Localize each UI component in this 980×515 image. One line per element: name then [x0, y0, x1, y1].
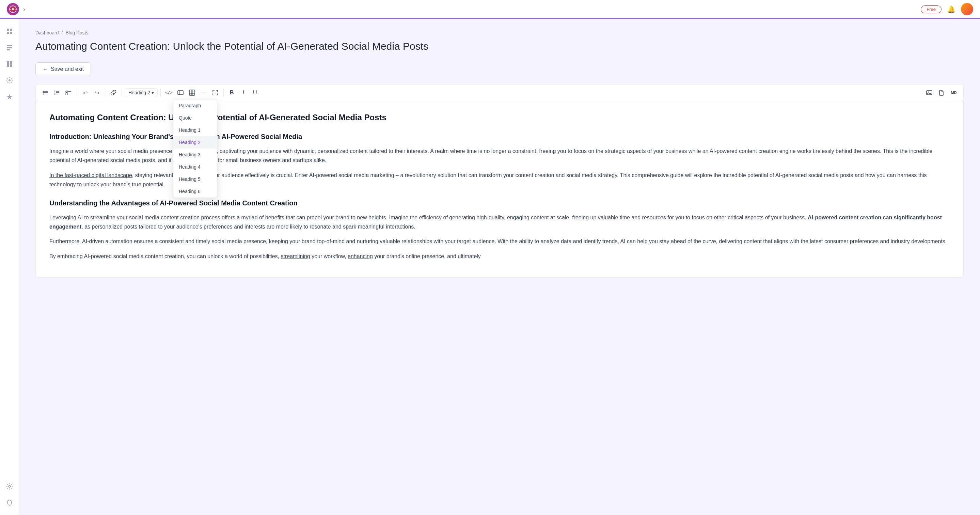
link-button[interactable]: [108, 87, 119, 98]
svg-rect-10: [7, 45, 12, 46]
dropdown-item-heading3[interactable]: Heading 3: [173, 148, 217, 161]
editor-paragraph-4: Furthermore, AI-driven automation ensure…: [49, 237, 950, 246]
sidebar-item-ai-tools[interactable]: [3, 90, 16, 104]
topbar-left: ›: [7, 3, 25, 15]
list-buttons-group: 1. 2. 3.: [40, 87, 74, 98]
dropdown-item-heading2[interactable]: Heading 2: [173, 136, 217, 148]
text-format-group: B I U: [226, 87, 261, 98]
topbar-right: Free 🔔: [921, 3, 973, 15]
streamlining-link[interactable]: streamlining: [281, 254, 310, 259]
svg-rect-9: [10, 32, 12, 34]
sidebar: [0, 19, 19, 515]
main-content: Dashboard / Blog Posts Automating Conten…: [19, 19, 980, 515]
breadcrumb: Dashboard / Blog Posts: [35, 30, 964, 35]
editor-toolbar: 1. 2. 3.: [35, 84, 964, 101]
enhancing-link[interactable]: enhancing: [348, 254, 373, 259]
logo-icon[interactable]: [7, 3, 19, 15]
dropdown-item-paragraph[interactable]: Paragraph: [173, 99, 217, 112]
heading-dropdown-menu: Paragraph Quote Heading 1 Heading 2 Head…: [173, 99, 217, 198]
free-badge[interactable]: Free: [921, 5, 942, 13]
document-button[interactable]: [936, 87, 947, 98]
svg-point-19: [43, 91, 44, 92]
heading-dropdown-arrow: ▾: [151, 90, 154, 96]
bold-button[interactable]: B: [226, 87, 237, 98]
back-arrow-icon: ←: [43, 66, 48, 72]
save-exit-button[interactable]: ← Save and exit: [35, 62, 91, 76]
paragraph-2-link[interactable]: In the fast-paced digital landscape: [49, 172, 132, 178]
sidebar-bottom: [3, 480, 16, 510]
svg-point-43: [928, 92, 929, 92]
svg-rect-15: [10, 64, 12, 67]
italic-button[interactable]: I: [238, 87, 249, 98]
svg-point-18: [8, 485, 11, 488]
dropdown-item-heading5[interactable]: Heading 5: [173, 173, 217, 185]
breadcrumb-dashboard[interactable]: Dashboard: [35, 30, 59, 35]
editor-paragraph-3: Leveraging AI to streamline your social …: [49, 213, 950, 231]
heading-dropdown[interactable]: Heading 2 ▾: [125, 88, 158, 97]
svg-rect-6: [7, 29, 9, 31]
svg-text:3.: 3.: [54, 93, 56, 95]
sidebar-item-dashboard[interactable]: [3, 24, 16, 38]
sidebar-item-security[interactable]: [3, 496, 16, 510]
divider-button[interactable]: —: [198, 87, 209, 98]
ordered-list-button[interactable]: 1. 2. 3.: [51, 87, 62, 98]
bullet-list-button[interactable]: [40, 87, 51, 98]
toolbar-divider-1: [76, 89, 77, 97]
sidebar-item-media[interactable]: [3, 73, 16, 87]
svg-point-21: [43, 92, 44, 93]
svg-point-23: [43, 94, 44, 95]
history-group: ↩ ↪: [80, 87, 102, 98]
markdown-button[interactable]: MD: [948, 87, 959, 98]
myriad-link[interactable]: a myriad of: [237, 215, 264, 220]
sidebar-item-settings[interactable]: [3, 480, 16, 493]
avatar[interactable]: [961, 3, 973, 15]
svg-rect-7: [10, 29, 12, 31]
expand-button[interactable]: [210, 87, 221, 98]
topbar-chevron[interactable]: ›: [23, 6, 25, 13]
image-button[interactable]: [924, 87, 935, 98]
page-title: Automating Content Creation: Unlock the …: [35, 40, 964, 53]
layout: Dashboard / Blog Posts Automating Conten…: [0, 19, 980, 515]
svg-rect-11: [7, 47, 12, 48]
svg-point-17: [8, 79, 11, 81]
dropdown-item-heading6[interactable]: Heading 6: [173, 185, 217, 198]
format-group: </>: [164, 87, 221, 98]
dropdown-item-heading4[interactable]: Heading 4: [173, 161, 217, 173]
svg-rect-13: [7, 61, 9, 67]
dropdown-item-quote[interactable]: Quote: [173, 112, 217, 124]
sidebar-item-templates[interactable]: [3, 57, 16, 71]
svg-rect-35: [178, 91, 183, 95]
breadcrumb-blog-posts[interactable]: Blog Posts: [65, 30, 88, 35]
undo-button[interactable]: ↩: [80, 87, 91, 98]
svg-rect-33: [66, 93, 67, 95]
svg-rect-8: [7, 32, 9, 34]
svg-rect-14: [10, 61, 12, 64]
sidebar-item-blog-posts[interactable]: [3, 41, 16, 54]
underline-button[interactable]: U: [250, 87, 261, 98]
topbar: › Free 🔔: [0, 0, 980, 19]
dropdown-item-heading1[interactable]: Heading 1: [173, 124, 217, 136]
editor-paragraph-5: By embracing AI-powered social media con…: [49, 252, 950, 261]
table-button[interactable]: [186, 87, 197, 98]
code-button[interactable]: </>: [164, 87, 174, 98]
bell-icon[interactable]: 🔔: [947, 5, 956, 13]
save-exit-label: Save and exit: [51, 66, 84, 72]
heading-dropdown-label: Heading 2: [128, 90, 150, 96]
toolbar-divider-2: [105, 89, 105, 97]
redo-button[interactable]: ↪: [91, 87, 102, 98]
breadcrumb-separator: /: [62, 30, 63, 35]
bold-phrase: AI-powered content creation can signific…: [49, 215, 942, 230]
toolbar-right: MD: [924, 87, 959, 98]
embed-button[interactable]: [175, 87, 186, 98]
toolbar-divider-5: [223, 89, 224, 97]
svg-point-1: [12, 8, 14, 10]
checklist-button[interactable]: [63, 87, 74, 98]
svg-rect-12: [7, 49, 10, 50]
svg-rect-37: [189, 90, 195, 96]
editor-section-advantages-heading: Understanding the Advantages of AI-Power…: [49, 197, 950, 209]
